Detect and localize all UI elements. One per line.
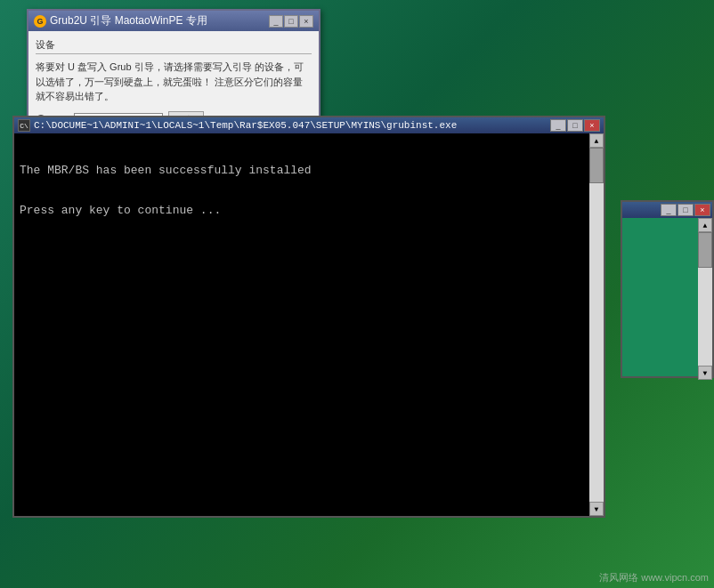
cmd-minimize-button[interactable]: _: [550, 119, 566, 132]
watermark: 清风网络 www.vipcn.com: [599, 571, 709, 584]
third-maximize-button[interactable]: □: [677, 204, 694, 216]
desktop: G Grub2U 引导 MaotaoWinPE 专用 _ □ × 设备 将要对 …: [0, 0, 714, 588]
cmd-maximize-button[interactable]: □: [567, 119, 583, 132]
grub-minimize-button[interactable]: _: [269, 15, 283, 28]
scroll-up-button[interactable]: ▲: [698, 218, 712, 232]
third-close-button[interactable]: ×: [694, 204, 710, 216]
third-minimize-button[interactable]: _: [661, 204, 677, 216]
cmd-title-text: C:\DOCUME~1\ADMINI~1\LOCALS~1\Temp\Rar$E…: [34, 120, 457, 131]
cmd-scrollbar[interactable]: ▲ ▼: [589, 133, 604, 516]
cmd-scroll-track: [589, 148, 604, 502]
grub-title-text: Grub2U 引导 MaotaoWinPE 专用: [50, 13, 207, 28]
cmd-app-icon: C\: [18, 119, 30, 132]
third-titlebar: _ □ ×: [622, 202, 712, 218]
cmd-scroll-up-button[interactable]: ▲: [589, 133, 604, 148]
grub-maximize-button[interactable]: □: [284, 15, 298, 28]
scroll-thumb[interactable]: [698, 232, 712, 268]
cmd-scroll-down-button[interactable]: ▼: [589, 502, 604, 516]
cmd-titlebar-left: C\ C:\DOCUME~1\ADMINI~1\LOCALS~1\Temp\Ra…: [18, 119, 457, 132]
cmd-icon-text: C\: [20, 122, 28, 130]
grub-section-label: 设备: [36, 38, 312, 54]
grub-window-controls: _ □ ×: [269, 15, 313, 28]
cmd-line2: Press any key to continue ...: [20, 204, 584, 217]
cmd-scroll-thumb[interactable]: [589, 148, 604, 183]
cmd-window: C\ C:\DOCUME~1\ADMINI~1\LOCALS~1\Temp\Ra…: [12, 116, 605, 518]
scroll-track: [698, 232, 712, 366]
grub-app-icon: G: [34, 15, 46, 28]
cmd-line1: The MBR/BS has been successfully install…: [20, 164, 584, 177]
cmd-titlebar: C\ C:\DOCUME~1\ADMINI~1\LOCALS~1\Temp\Ra…: [14, 117, 604, 133]
cmd-close-button[interactable]: ×: [584, 119, 600, 132]
grub-description: 将要对 U 盘写入 Grub 引导，请选择需要写入引导 的设备，可以选错了，万一…: [36, 60, 312, 104]
third-scrollbar[interactable]: ▲ ▼: [698, 218, 712, 380]
third-window-controls: _ □ ×: [661, 204, 710, 216]
cmd-window-controls: _ □ ×: [550, 119, 600, 132]
cmd-output: The MBR/BS has been successfully install…: [14, 133, 589, 516]
scroll-down-button[interactable]: ▼: [698, 366, 712, 380]
cmd-body: The MBR/BS has been successfully install…: [14, 133, 604, 516]
third-window: _ □ × ▲ ▼: [621, 200, 714, 378]
grub-titlebar: G Grub2U 引导 MaotaoWinPE 专用 _ □ ×: [28, 11, 319, 31]
grub-titlebar-left: G Grub2U 引导 MaotaoWinPE 专用: [34, 13, 207, 28]
grub-close-button[interactable]: ×: [299, 15, 313, 28]
